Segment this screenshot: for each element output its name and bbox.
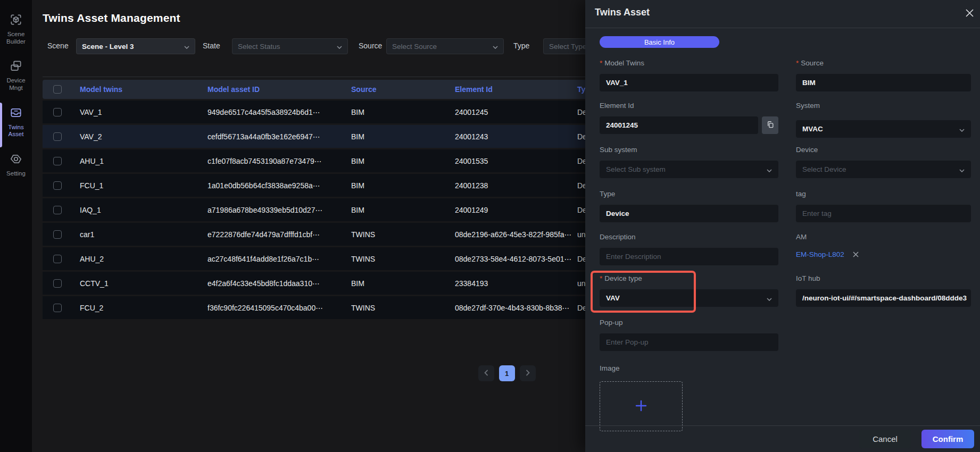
copy-button[interactable] (762, 116, 778, 134)
close-icon[interactable] (963, 6, 976, 19)
field-label: Element Id (600, 101, 778, 111)
field-label: *Model Twins (600, 58, 778, 68)
sidebar-item-twins-asset[interactable]: Twins Asset (0, 106, 32, 138)
element-id-input[interactable]: 24001245 (600, 116, 758, 134)
popup-input[interactable]: Enter Pop-up (600, 333, 778, 351)
sidebar-item-label: Device Mngt (2, 77, 30, 92)
cell-element-id: 08de2733-58e4-4612-8073-5e01⋯ (455, 255, 572, 263)
row-checkbox[interactable] (53, 108, 62, 116)
field-group-device: Device Select Device (796, 145, 971, 178)
cell-model-asset-id: e4f2a6f4c33e45bd8fc1ddaa310⋯ (207, 279, 320, 288)
source-input[interactable]: BIM (796, 74, 971, 91)
sidebar-item-label: Setting (2, 170, 30, 178)
field-group-tag: tag Enter tag (796, 189, 971, 222)
cell-element-id: 24001238 (455, 181, 488, 190)
sidebar-item-label: Scene Builder (2, 31, 30, 46)
description-input[interactable]: Enter Description (600, 248, 778, 265)
field-group-source: *Source BIM (796, 58, 971, 91)
field-label: Sub system (600, 145, 778, 155)
field-label: Image (600, 364, 778, 373)
cell-source: BIM (351, 206, 364, 214)
divider (585, 425, 980, 426)
cell-model-asset-id: 949de6517c4a45f5a38924b6d1⋯ (207, 108, 320, 116)
row-checkbox[interactable] (53, 206, 62, 214)
field-label: Device (796, 145, 971, 155)
device-mngt-icon (9, 59, 23, 75)
setting-icon (9, 152, 23, 168)
chevron-down-icon (337, 42, 342, 51)
row-checkbox[interactable] (53, 304, 62, 312)
row-checkbox[interactable] (53, 279, 62, 288)
select-all-checkbox[interactable] (53, 85, 62, 94)
remove-am-icon[interactable] (853, 252, 859, 257)
filter-label-source: Source (359, 41, 382, 50)
cell-model-twins: VAV_2 (80, 132, 102, 141)
chevron-down-icon (493, 42, 498, 51)
tag-input[interactable]: Enter tag (796, 205, 971, 222)
field-group-element-id: Element Id 24001245 (600, 101, 778, 134)
confirm-button[interactable]: Confirm (921, 430, 974, 448)
field-group-type: Type Device (600, 189, 778, 222)
cell-model-twins: FCU_2 (80, 304, 103, 312)
field-label: IoT hub (796, 274, 971, 283)
active-item-indicator (0, 103, 2, 147)
plus-icon (633, 398, 649, 415)
chevron-left-icon (484, 370, 488, 378)
field-label: Type (600, 189, 778, 199)
image-upload-button[interactable] (600, 381, 683, 431)
system-select[interactable]: MVAC (796, 120, 971, 138)
cell-model-twins: VAV_1 (80, 108, 102, 116)
source-select[interactable]: Select Source (386, 38, 504, 54)
column-header-model-twins: Model twins (80, 85, 122, 94)
field-group-system: System MVAC (796, 101, 971, 138)
row-checkbox[interactable] (53, 181, 62, 190)
device-type-select[interactable]: VAV (600, 289, 778, 307)
cell-element-id: 24001535 (455, 157, 488, 165)
cell-model-twins: AHU_1 (80, 157, 104, 165)
twins-asset-management-screen: Scene Builder Device Mngt Twins Asset Se… (0, 0, 980, 452)
cell-source: TWINS (351, 255, 375, 263)
cell-model-asset-id: c1fe07f8acb7453190a87e73479⋯ (207, 157, 322, 165)
sidebar: Scene Builder Device Mngt Twins Asset Se… (0, 0, 32, 452)
twins-asset-panel: Twins Asset Basic Info *Model Twins VAV_… (585, 0, 980, 452)
sidebar-item-scene-builder[interactable]: Scene Builder (0, 13, 32, 45)
field-label: Pop-up (600, 318, 778, 328)
page-button-1[interactable]: 1 (499, 365, 515, 381)
cancel-button[interactable]: Cancel (859, 430, 911, 448)
cell-source: BIM (351, 157, 364, 165)
row-checkbox[interactable] (53, 255, 62, 263)
row-checkbox[interactable] (53, 230, 62, 239)
prev-page-button[interactable] (478, 365, 494, 381)
chevron-right-icon (526, 370, 530, 378)
sidebar-item-device-mngt[interactable]: Device Mngt (0, 59, 32, 91)
row-checkbox[interactable] (53, 157, 62, 165)
chevron-down-icon (959, 165, 965, 174)
column-header-source: Source (351, 85, 376, 94)
row-checkbox[interactable] (53, 132, 62, 141)
field-group-popup: Pop-up Enter Pop-up (600, 318, 778, 351)
device-select[interactable]: Select Device (796, 161, 971, 178)
twins-asset-icon (9, 106, 23, 122)
am-link[interactable]: EM-Shop-L802 (796, 250, 844, 258)
scene-select[interactable]: Scene - Level 3 (76, 38, 195, 54)
next-page-button[interactable] (520, 365, 536, 381)
cell-model-twins: IAQ_1 (80, 206, 101, 214)
chevron-down-icon (767, 294, 772, 303)
iot-hub-input[interactable]: /neuron-iot-ui/#/smartspace-dashboard/08… (796, 289, 971, 307)
cell-element-id: 23384193 (455, 279, 488, 288)
field-group-model-twins: *Model Twins VAV_1 (600, 58, 778, 91)
required-marker: * (600, 274, 602, 282)
tab-basic-info[interactable]: Basic Info (600, 36, 719, 48)
model-twins-input[interactable]: VAV_1 (600, 74, 778, 91)
sidebar-item-setting[interactable]: Setting (0, 152, 32, 178)
field-group-description: Description Enter Description (600, 232, 778, 265)
chevron-down-icon (959, 125, 965, 133)
status-select[interactable]: Select Status (232, 38, 348, 54)
cell-element-id: 24001243 (455, 132, 488, 141)
type-input[interactable]: Device (600, 205, 778, 222)
chevron-down-icon (184, 42, 189, 51)
divider (585, 28, 980, 28)
cell-model-twins: AHU_2 (80, 255, 104, 263)
filter-label-scene: Scene (47, 41, 69, 50)
sub-system-select[interactable]: Select Sub system (600, 161, 778, 178)
